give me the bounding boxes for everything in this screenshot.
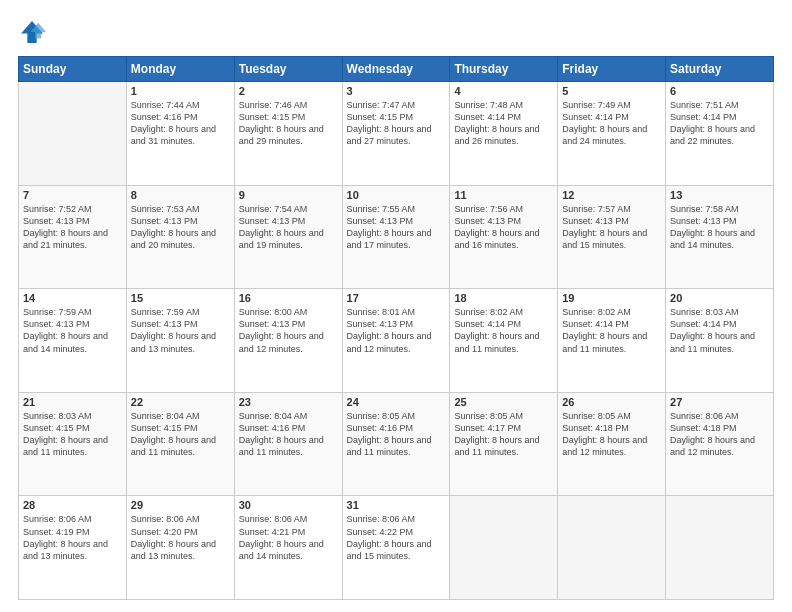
- calendar-cell: [666, 496, 774, 600]
- logo: [18, 18, 50, 46]
- calendar-cell: 14Sunrise: 7:59 AMSunset: 4:13 PMDayligh…: [19, 289, 127, 393]
- day-info: Sunrise: 7:49 AMSunset: 4:14 PMDaylight:…: [562, 99, 661, 148]
- calendar-cell: 31Sunrise: 8:06 AMSunset: 4:22 PMDayligh…: [342, 496, 450, 600]
- day-info: Sunrise: 8:01 AMSunset: 4:13 PMDaylight:…: [347, 306, 446, 355]
- calendar-cell: [450, 496, 558, 600]
- calendar-cell: 13Sunrise: 7:58 AMSunset: 4:13 PMDayligh…: [666, 185, 774, 289]
- day-number: 18: [454, 292, 553, 304]
- day-info: Sunrise: 8:05 AMSunset: 4:17 PMDaylight:…: [454, 410, 553, 459]
- day-info: Sunrise: 8:05 AMSunset: 4:16 PMDaylight:…: [347, 410, 446, 459]
- day-number: 2: [239, 85, 338, 97]
- day-number: 8: [131, 189, 230, 201]
- day-number: 6: [670, 85, 769, 97]
- calendar-cell: 15Sunrise: 7:59 AMSunset: 4:13 PMDayligh…: [126, 289, 234, 393]
- day-info: Sunrise: 8:03 AMSunset: 4:15 PMDaylight:…: [23, 410, 122, 459]
- calendar-week-row: 21Sunrise: 8:03 AMSunset: 4:15 PMDayligh…: [19, 392, 774, 496]
- day-number: 27: [670, 396, 769, 408]
- day-number: 21: [23, 396, 122, 408]
- day-info: Sunrise: 8:06 AMSunset: 4:21 PMDaylight:…: [239, 513, 338, 562]
- day-info: Sunrise: 8:06 AMSunset: 4:20 PMDaylight:…: [131, 513, 230, 562]
- calendar-cell: 19Sunrise: 8:02 AMSunset: 4:14 PMDayligh…: [558, 289, 666, 393]
- day-number: 7: [23, 189, 122, 201]
- day-info: Sunrise: 7:53 AMSunset: 4:13 PMDaylight:…: [131, 203, 230, 252]
- day-number: 16: [239, 292, 338, 304]
- weekday-header-thursday: Thursday: [450, 57, 558, 82]
- day-info: Sunrise: 8:06 AMSunset: 4:18 PMDaylight:…: [670, 410, 769, 459]
- logo-icon: [18, 18, 46, 46]
- day-number: 24: [347, 396, 446, 408]
- weekday-header-row: SundayMondayTuesdayWednesdayThursdayFrid…: [19, 57, 774, 82]
- day-number: 25: [454, 396, 553, 408]
- day-number: 26: [562, 396, 661, 408]
- calendar-cell: 6Sunrise: 7:51 AMSunset: 4:14 PMDaylight…: [666, 82, 774, 186]
- day-number: 11: [454, 189, 553, 201]
- calendar-cell: 21Sunrise: 8:03 AMSunset: 4:15 PMDayligh…: [19, 392, 127, 496]
- calendar-cell: 18Sunrise: 8:02 AMSunset: 4:14 PMDayligh…: [450, 289, 558, 393]
- weekday-header-friday: Friday: [558, 57, 666, 82]
- calendar-cell: 25Sunrise: 8:05 AMSunset: 4:17 PMDayligh…: [450, 392, 558, 496]
- day-number: 4: [454, 85, 553, 97]
- calendar-cell: 24Sunrise: 8:05 AMSunset: 4:16 PMDayligh…: [342, 392, 450, 496]
- calendar-cell: 16Sunrise: 8:00 AMSunset: 4:13 PMDayligh…: [234, 289, 342, 393]
- day-info: Sunrise: 7:57 AMSunset: 4:13 PMDaylight:…: [562, 203, 661, 252]
- day-info: Sunrise: 7:58 AMSunset: 4:13 PMDaylight:…: [670, 203, 769, 252]
- day-info: Sunrise: 8:04 AMSunset: 4:16 PMDaylight:…: [239, 410, 338, 459]
- day-info: Sunrise: 8:04 AMSunset: 4:15 PMDaylight:…: [131, 410, 230, 459]
- day-number: 23: [239, 396, 338, 408]
- day-info: Sunrise: 7:59 AMSunset: 4:13 PMDaylight:…: [131, 306, 230, 355]
- day-info: Sunrise: 7:46 AMSunset: 4:15 PMDaylight:…: [239, 99, 338, 148]
- calendar-cell: 20Sunrise: 8:03 AMSunset: 4:14 PMDayligh…: [666, 289, 774, 393]
- calendar-cell: 5Sunrise: 7:49 AMSunset: 4:14 PMDaylight…: [558, 82, 666, 186]
- day-number: 17: [347, 292, 446, 304]
- day-info: Sunrise: 8:02 AMSunset: 4:14 PMDaylight:…: [454, 306, 553, 355]
- weekday-header-wednesday: Wednesday: [342, 57, 450, 82]
- day-info: Sunrise: 8:00 AMSunset: 4:13 PMDaylight:…: [239, 306, 338, 355]
- day-info: Sunrise: 7:59 AMSunset: 4:13 PMDaylight:…: [23, 306, 122, 355]
- calendar-week-row: 7Sunrise: 7:52 AMSunset: 4:13 PMDaylight…: [19, 185, 774, 289]
- header: [18, 18, 774, 46]
- day-info: Sunrise: 7:47 AMSunset: 4:15 PMDaylight:…: [347, 99, 446, 148]
- calendar-cell: 2Sunrise: 7:46 AMSunset: 4:15 PMDaylight…: [234, 82, 342, 186]
- calendar-cell: 1Sunrise: 7:44 AMSunset: 4:16 PMDaylight…: [126, 82, 234, 186]
- calendar-cell: 17Sunrise: 8:01 AMSunset: 4:13 PMDayligh…: [342, 289, 450, 393]
- calendar-cell: 28Sunrise: 8:06 AMSunset: 4:19 PMDayligh…: [19, 496, 127, 600]
- day-info: Sunrise: 7:52 AMSunset: 4:13 PMDaylight:…: [23, 203, 122, 252]
- calendar-cell: 12Sunrise: 7:57 AMSunset: 4:13 PMDayligh…: [558, 185, 666, 289]
- calendar-cell: 30Sunrise: 8:06 AMSunset: 4:21 PMDayligh…: [234, 496, 342, 600]
- day-info: Sunrise: 8:06 AMSunset: 4:19 PMDaylight:…: [23, 513, 122, 562]
- calendar-cell: 9Sunrise: 7:54 AMSunset: 4:13 PMDaylight…: [234, 185, 342, 289]
- calendar-cell: 11Sunrise: 7:56 AMSunset: 4:13 PMDayligh…: [450, 185, 558, 289]
- day-number: 15: [131, 292, 230, 304]
- calendar-cell: 3Sunrise: 7:47 AMSunset: 4:15 PMDaylight…: [342, 82, 450, 186]
- calendar-cell: 8Sunrise: 7:53 AMSunset: 4:13 PMDaylight…: [126, 185, 234, 289]
- day-number: 22: [131, 396, 230, 408]
- calendar-table: SundayMondayTuesdayWednesdayThursdayFrid…: [18, 56, 774, 600]
- day-number: 1: [131, 85, 230, 97]
- page: SundayMondayTuesdayWednesdayThursdayFrid…: [0, 0, 792, 612]
- calendar-week-row: 1Sunrise: 7:44 AMSunset: 4:16 PMDaylight…: [19, 82, 774, 186]
- weekday-header-monday: Monday: [126, 57, 234, 82]
- weekday-header-saturday: Saturday: [666, 57, 774, 82]
- day-number: 9: [239, 189, 338, 201]
- day-info: Sunrise: 7:48 AMSunset: 4:14 PMDaylight:…: [454, 99, 553, 148]
- day-info: Sunrise: 7:56 AMSunset: 4:13 PMDaylight:…: [454, 203, 553, 252]
- calendar-week-row: 28Sunrise: 8:06 AMSunset: 4:19 PMDayligh…: [19, 496, 774, 600]
- day-number: 3: [347, 85, 446, 97]
- calendar-cell: 26Sunrise: 8:05 AMSunset: 4:18 PMDayligh…: [558, 392, 666, 496]
- day-info: Sunrise: 7:55 AMSunset: 4:13 PMDaylight:…: [347, 203, 446, 252]
- day-info: Sunrise: 8:05 AMSunset: 4:18 PMDaylight:…: [562, 410, 661, 459]
- day-number: 30: [239, 499, 338, 511]
- day-number: 5: [562, 85, 661, 97]
- day-number: 19: [562, 292, 661, 304]
- day-info: Sunrise: 8:06 AMSunset: 4:22 PMDaylight:…: [347, 513, 446, 562]
- day-info: Sunrise: 8:02 AMSunset: 4:14 PMDaylight:…: [562, 306, 661, 355]
- day-number: 20: [670, 292, 769, 304]
- calendar-cell: 7Sunrise: 7:52 AMSunset: 4:13 PMDaylight…: [19, 185, 127, 289]
- day-info: Sunrise: 7:44 AMSunset: 4:16 PMDaylight:…: [131, 99, 230, 148]
- day-number: 13: [670, 189, 769, 201]
- day-info: Sunrise: 8:03 AMSunset: 4:14 PMDaylight:…: [670, 306, 769, 355]
- day-number: 14: [23, 292, 122, 304]
- day-number: 10: [347, 189, 446, 201]
- weekday-header-sunday: Sunday: [19, 57, 127, 82]
- day-number: 28: [23, 499, 122, 511]
